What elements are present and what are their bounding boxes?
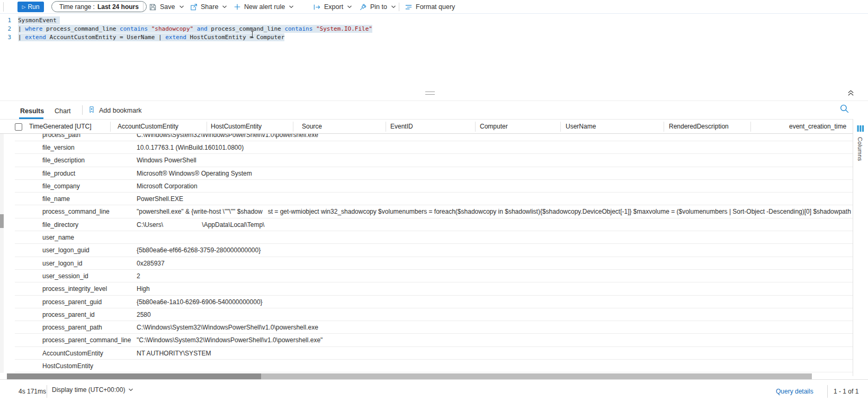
horizontal-scrollbar[interactable] xyxy=(7,373,812,379)
share-icon xyxy=(190,3,198,11)
column-header[interactable]: AccountCustomEntity xyxy=(118,120,178,134)
detail-key: user_name xyxy=(42,231,74,244)
vertical-scrollbar[interactable] xyxy=(0,134,4,373)
detail-key: process_path xyxy=(42,134,80,141)
detail-value: 2 xyxy=(137,270,140,282)
detail-row[interactable]: file_descriptionWindows PowerShell xyxy=(15,154,853,167)
chevron-down-icon xyxy=(391,5,396,9)
detail-row[interactable]: file_productMicrosoft® Windows® Operatin… xyxy=(15,167,853,180)
run-button[interactable]: ▷ Run xyxy=(17,2,44,12)
detail-row[interactable]: user_logon_guid{5b80ea6e-ef66-6268-3759-… xyxy=(15,244,853,257)
detail-row[interactable]: process_parent_pathC:\Windows\System32\W… xyxy=(15,321,853,334)
detail-value: 10.0.17763.1 (WinBuild.160101.0800) xyxy=(137,141,244,154)
tab-chart[interactable]: Chart xyxy=(55,107,71,115)
save-label: Save xyxy=(160,3,175,11)
detail-row[interactable]: AccountCustomEntityNT AUTHORITY\SYSTEM xyxy=(15,347,853,360)
detail-key: HostCustomEntity xyxy=(42,360,93,372)
detail-key: file_version xyxy=(42,141,75,154)
detail-value: "powershell.exe" & {write-host \""\"" $s… xyxy=(137,205,853,218)
code-text: SysmonEvent xyxy=(18,16,60,24)
results-panel: Results Chart Add bookmark TimeGenerated… xyxy=(0,100,868,379)
code-text: | extend AccountCustomEntity = UserName … xyxy=(18,33,284,41)
search-results-button[interactable] xyxy=(839,104,849,115)
text-cursor xyxy=(250,31,255,40)
time-range-picker[interactable]: Time range : Last 24 hours xyxy=(51,1,147,12)
tab-results[interactable]: Results xyxy=(20,107,44,115)
select-all-checkbox[interactable] xyxy=(15,123,22,131)
column-header[interactable]: Computer xyxy=(480,120,508,134)
column-header[interactable]: TimeGenerated [UTC] xyxy=(29,120,92,134)
pin-to-label: Pin to xyxy=(370,3,387,11)
toolbar-divider xyxy=(143,3,144,11)
column-divider xyxy=(293,122,293,132)
status-bar: 4s 171ms Display time (UTC+00:00) Query … xyxy=(0,379,868,402)
grid-header: TimeGenerated [UTC]AccountCustomEntityHo… xyxy=(0,119,868,134)
status-divider xyxy=(827,385,828,398)
detail-row[interactable]: file_namePowerShell.EXE xyxy=(15,193,853,205)
column-divider xyxy=(386,122,386,132)
query-editor[interactable]: 1SysmonEvent 2| where process_command_li… xyxy=(0,14,868,87)
column-header[interactable]: HostCustomEntity xyxy=(211,120,262,134)
column-divider xyxy=(475,122,476,132)
new-alert-rule-button[interactable]: New alert rule xyxy=(234,1,294,13)
detail-row[interactable]: user_session_id2 xyxy=(15,270,853,282)
detail-value: Microsoft® Windows® Operating System xyxy=(137,167,252,180)
detail-row[interactable]: file_companyMicrosoft Corporation xyxy=(15,180,853,193)
detail-key: process_parent_guid xyxy=(42,296,102,308)
collapse-editor-button[interactable] xyxy=(847,89,855,98)
line-number: 1 xyxy=(0,16,18,25)
column-header[interactable]: RenderedDescription xyxy=(669,120,729,134)
column-header[interactable]: UserName xyxy=(566,120,596,134)
column-header[interactable]: event_creation_time xyxy=(789,120,846,134)
detail-key: process_parent_command_line xyxy=(42,334,131,346)
detail-row[interactable]: process_integrity_levelHigh xyxy=(15,282,853,295)
vertical-scrollbar-thumb[interactable] xyxy=(0,214,4,228)
share-button[interactable]: Share xyxy=(190,1,227,13)
toolbar-left-divider xyxy=(3,2,4,12)
new-alert-rule-label: New alert rule xyxy=(244,3,285,11)
detail-value: {5b80ea6e-1a10-6269-6906-540000000000} xyxy=(137,296,263,308)
detail-row[interactable]: process_parent_guid{5b80ea6e-1a10-6269-6… xyxy=(15,296,853,308)
detail-row[interactable]: file_directoryC:\Users\ \AppData\Local\T… xyxy=(15,218,853,231)
detail-value: Microsoft Corporation xyxy=(137,180,198,193)
query-details-link[interactable]: Query details xyxy=(776,388,813,395)
detail-value: "C:\Windows\System32\WindowsPowerShell\v… xyxy=(137,334,323,346)
column-divider xyxy=(110,122,111,132)
chevron-down-icon xyxy=(128,386,133,394)
display-time-selector[interactable]: Display time (UTC+00:00) xyxy=(52,386,133,394)
bookmark-icon xyxy=(88,106,95,115)
detail-value: NT AUTHORITY\SYSTEM xyxy=(137,347,211,360)
horizontal-scrollbar-thumb[interactable] xyxy=(7,373,261,379)
detail-row[interactable]: process_command_line"powershell.exe" & {… xyxy=(15,205,853,218)
detail-row[interactable]: process_pathC:\Windows\System32\WindowsP… xyxy=(15,134,853,141)
pin-icon xyxy=(359,3,367,11)
add-bookmark-button[interactable]: Add bookmark xyxy=(88,105,142,116)
columns-icon[interactable] xyxy=(856,124,865,135)
detail-row[interactable]: HostCustomEntity xyxy=(15,360,853,372)
add-bookmark-label: Add bookmark xyxy=(99,107,142,114)
chevron-down-icon xyxy=(222,5,227,9)
line-number: 2 xyxy=(0,25,18,33)
detail-value: 2580 xyxy=(137,308,151,321)
format-query-button[interactable]: Format query xyxy=(405,1,455,13)
columns-sidebar[interactable]: Columns xyxy=(853,119,868,376)
detail-row[interactable]: user_name xyxy=(15,231,853,244)
detail-key: file_product xyxy=(42,167,75,180)
format-query-icon xyxy=(405,3,413,11)
column-header[interactable]: Source xyxy=(302,120,322,134)
export-button[interactable]: Export xyxy=(313,1,352,13)
detail-row[interactable]: process_parent_command_line"C:\Windows\S… xyxy=(15,334,853,346)
detail-value: C:\Users\ \AppData\Local\Temp\ xyxy=(137,218,264,231)
save-button[interactable]: Save xyxy=(149,1,184,13)
pin-to-button[interactable]: Pin to xyxy=(359,1,396,13)
detail-key: file_directory xyxy=(42,218,78,231)
detail-row[interactable]: file_version10.0.17763.1 (WinBuild.16010… xyxy=(15,141,853,154)
format-query-label: Format query xyxy=(416,3,455,11)
splitter-grip-handle[interactable] xyxy=(425,92,435,95)
toolbar-divider xyxy=(399,3,399,11)
column-header[interactable]: EventID xyxy=(390,120,413,134)
code-text: | where process_command_line contains "s… xyxy=(18,25,372,33)
column-divider xyxy=(750,122,751,132)
detail-row[interactable]: user_logon_id0x285937 xyxy=(15,257,853,270)
detail-row[interactable]: process_parent_id2580 xyxy=(15,308,853,321)
